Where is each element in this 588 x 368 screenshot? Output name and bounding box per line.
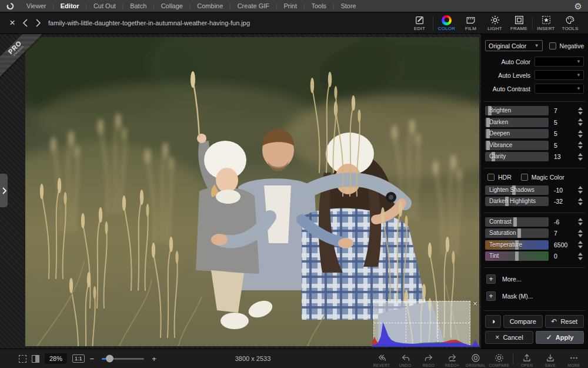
menu-print[interactable]: Print (280, 2, 300, 9)
one-to-one-button[interactable]: 1:1 (72, 354, 85, 363)
original-button[interactable]: ORIGINAL (464, 350, 487, 367)
step-up-icon[interactable] (578, 198, 583, 201)
step-down-icon[interactable] (578, 135, 583, 138)
tab-insert[interactable]: INSERT (534, 12, 558, 34)
color-preset-dropdown[interactable]: Original Color ▼ (485, 40, 543, 51)
step-up-icon[interactable] (578, 241, 583, 244)
lighten-shadows-slider[interactable]: Lighten Shadows (485, 185, 549, 195)
menu-batch[interactable]: Batch (126, 2, 150, 9)
left-panel-expander[interactable] (0, 174, 8, 207)
step-up-icon[interactable] (578, 153, 583, 156)
saturation-stepper[interactable] (578, 230, 584, 237)
redo-button[interactable]: REDO (417, 350, 440, 367)
auto-levels-dropdown[interactable]: ▼ (534, 70, 584, 80)
step-down-icon[interactable] (578, 123, 583, 126)
menu-combine[interactable]: Combine (193, 2, 226, 9)
reset-button[interactable]: ↶Reset (545, 315, 584, 328)
darken-stepper[interactable] (578, 118, 584, 126)
contrast-slider[interactable]: Contrast (485, 217, 549, 227)
redo-plus-button[interactable]: REDO+ (440, 350, 464, 367)
tab-tools[interactable]: TOOLS (558, 12, 582, 34)
clarity-stepper[interactable] (578, 153, 584, 161)
step-up-icon[interactable] (578, 118, 583, 121)
tab-color[interactable]: COLOR (435, 12, 459, 34)
menu-create-gif[interactable]: Create GIF (234, 2, 273, 9)
vibrance-stepper[interactable] (578, 141, 584, 149)
step-down-icon[interactable] (578, 234, 583, 237)
menu-editor[interactable]: Editor (57, 2, 83, 9)
magic-color-checkbox[interactable] (521, 174, 528, 181)
photo-canvas[interactable]: PRO Version × (0, 34, 481, 349)
vibrance-slider[interactable]: Vibrance (485, 141, 549, 150)
app-logo-icon[interactable] (6, 2, 15, 11)
step-down-icon[interactable] (578, 246, 583, 248)
step-down-icon[interactable] (578, 158, 583, 161)
tab-light[interactable]: LIGHT (483, 12, 507, 34)
settings-gear-icon[interactable]: ⚙ (574, 2, 582, 11)
split-compare-button[interactable]: ◑ (485, 315, 501, 328)
temperature-slider[interactable]: Temperature (485, 240, 549, 250)
tab-frame[interactable]: FRAME (507, 12, 531, 34)
step-up-icon[interactable] (578, 230, 583, 233)
step-up-icon[interactable] (578, 130, 583, 133)
close-file-button[interactable]: × (6, 16, 19, 29)
mask-button[interactable]: + Mask (M)... (486, 291, 584, 301)
slider-handle[interactable] (515, 251, 519, 261)
brighten-stepper[interactable] (578, 107, 584, 115)
hdr-checkbox[interactable] (487, 174, 495, 181)
compare-button[interactable]: Compare (503, 315, 543, 328)
tab-film[interactable]: FILM (459, 12, 483, 34)
tint-slider[interactable]: Tint (485, 251, 549, 261)
more-actions-button[interactable]: MORE (562, 350, 586, 367)
menu-viewer[interactable]: Viewer (23, 2, 49, 9)
slider-handle[interactable] (517, 228, 521, 238)
save-button[interactable]: SAVE (539, 350, 562, 367)
cancel-button[interactable]: ×Cancel (485, 331, 533, 344)
step-up-icon[interactable] (578, 107, 583, 110)
revert-button[interactable]: REVERT (370, 350, 393, 367)
step-up-icon[interactable] (578, 141, 583, 144)
step-down-icon[interactable] (578, 146, 583, 149)
step-down-icon[interactable] (578, 257, 583, 260)
contrast-stepper[interactable] (578, 218, 584, 226)
menu-store[interactable]: Store (337, 2, 359, 9)
background-toggle-icon[interactable] (32, 355, 39, 363)
prev-file-button[interactable] (19, 16, 32, 29)
apply-button[interactable]: ✓Apply (536, 331, 584, 344)
brighten-slider[interactable]: Brighten (485, 106, 549, 115)
step-down-icon[interactable] (578, 203, 583, 205)
step-up-icon[interactable] (578, 218, 583, 221)
auto-contrast-dropdown[interactable]: ▼ (534, 84, 584, 94)
darken-slider[interactable]: Darken (485, 118, 549, 127)
zoom-slider-handle[interactable] (106, 355, 113, 363)
histogram-close-button[interactable]: × (471, 300, 479, 308)
temperature-stepper[interactable] (578, 241, 584, 248)
menu-tools[interactable]: Tools (308, 2, 330, 9)
zoom-percent[interactable]: 28% (45, 353, 67, 364)
zoom-out-button[interactable]: − (90, 354, 95, 363)
undo-button[interactable]: UNDO (393, 350, 417, 367)
negative-checkbox[interactable] (549, 42, 556, 49)
next-file-button[interactable] (32, 16, 45, 29)
more-button[interactable]: + More... (486, 274, 584, 284)
zoom-slider[interactable] (102, 358, 144, 360)
menu-cut-out[interactable]: Cut Out (90, 2, 119, 9)
step-up-icon[interactable] (578, 253, 583, 256)
step-down-icon[interactable] (578, 191, 583, 194)
saturation-slider[interactable]: Saturation (485, 228, 549, 238)
auto-color-dropdown[interactable]: ▼ (534, 57, 584, 67)
deepen-slider[interactable]: Deepen (485, 129, 549, 138)
zoom-in-button[interactable]: + (152, 354, 156, 363)
deepen-stepper[interactable] (578, 130, 584, 138)
clarity-slider[interactable]: Clarity (485, 152, 549, 161)
tab-edit[interactable]: EDIT (407, 12, 432, 34)
slider-handle[interactable] (513, 217, 517, 227)
step-up-icon[interactable] (578, 186, 583, 189)
step-down-icon[interactable] (578, 223, 583, 226)
darken-highlights-slider[interactable]: Darken Highlights (485, 197, 549, 206)
selection-tool-icon[interactable] (19, 355, 26, 363)
open-button[interactable]: OPEN (515, 350, 539, 367)
menu-collage[interactable]: Collage (158, 2, 186, 9)
step-down-icon[interactable] (578, 112, 583, 115)
tint-stepper[interactable] (578, 253, 584, 260)
